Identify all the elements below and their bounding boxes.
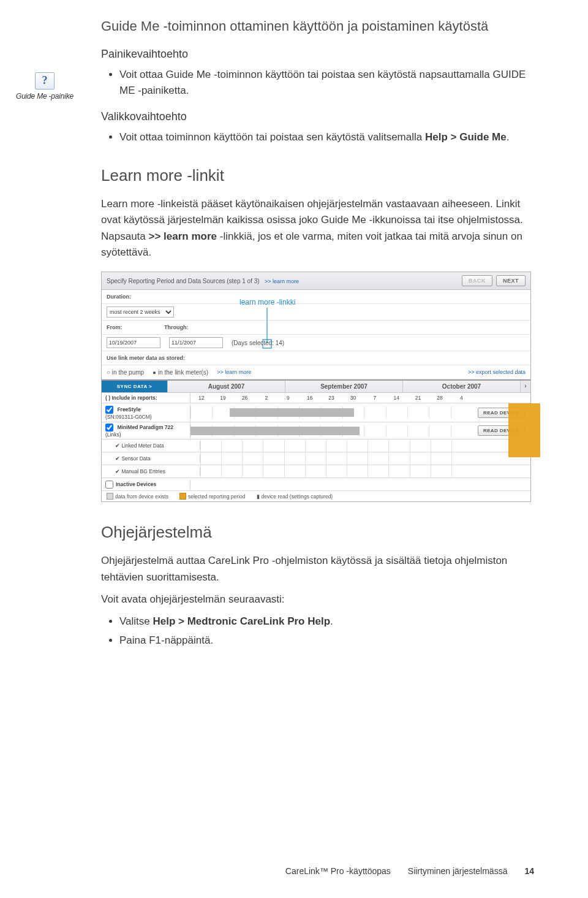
selected-period-band xyxy=(508,403,540,457)
device-row-paradigm: MiniMed Paradigm 722 (Links) READ DEVICE xyxy=(102,422,530,439)
through-label: Through: xyxy=(164,324,213,330)
footer-guide-name: CareLink™ Pro -käyttöopas xyxy=(285,866,391,876)
screenshot-legend: data from device exists selected reporti… xyxy=(102,491,530,501)
date-inputs-row: (Days selected: 14) xyxy=(102,335,530,351)
legend-item: data from device exists xyxy=(107,493,168,500)
help-bullet-post: . xyxy=(330,615,333,627)
month-sep: September 2007 xyxy=(285,381,402,392)
device-sub-linked-meter: ✔ Linked Meter Data xyxy=(102,439,530,452)
screenshot-learn-more: learn more -linkki Specify Reporting Per… xyxy=(101,272,531,502)
legend-item: ▮ device read (settings captured) xyxy=(257,493,333,500)
day-scale: 12 19 26 2 9 16 23 30 7 14 21 28 4 xyxy=(190,393,472,403)
learn-more-link-top[interactable]: >> learn more xyxy=(265,278,299,284)
day-tick: 12 xyxy=(190,393,212,403)
device-name: Inactive Devices xyxy=(116,481,156,487)
subitem-label: Manual BG Entries xyxy=(121,468,165,474)
device-sub-sensor: ✔ Sensor Data xyxy=(102,452,530,465)
device-name: FreeStyle xyxy=(117,406,140,413)
month-aug: August 2007 xyxy=(167,381,285,392)
learn-more-paragraph: Learn more -linkeistä pääset käytönaikai… xyxy=(52,196,536,261)
day-tick: 19 xyxy=(212,393,233,403)
next-button[interactable]: NEXT xyxy=(496,275,526,286)
help-para-1: Ohjejärjestelmä auttaa CareLink Pro -ohj… xyxy=(52,553,536,585)
help-para-2: Voit avata ohjejärjestelmän seuraavasti: xyxy=(52,592,536,607)
scroll-right-icon[interactable]: › xyxy=(520,381,530,392)
from-label: From: xyxy=(107,324,156,330)
date-scale-row: ( ) Include in reports: 12 19 26 2 9 16 … xyxy=(102,393,530,403)
use-link-meter-label: Use link meter data as stored: xyxy=(107,355,185,361)
day-tick: 14 xyxy=(386,393,407,403)
through-input[interactable] xyxy=(169,337,223,348)
duration-value-row: most recent 2 weeks xyxy=(102,304,530,321)
footer-page-number: 14 xyxy=(524,866,534,876)
timeline-header: SYNC DATA > August 2007 September 2007 O… xyxy=(102,379,530,393)
guide-me-icon-caption: Guide Me -painike xyxy=(5,92,85,101)
bullet-menu-option-post: . xyxy=(507,131,510,143)
help-bullet-menu: Valitse Help > Medtronic CareLink Pro He… xyxy=(119,614,536,630)
radio-in-meter-label: in the link meter(s) xyxy=(158,369,208,376)
include-checkbox[interactable] xyxy=(105,406,113,414)
day-tick: 4 xyxy=(451,393,472,403)
day-tick: 7 xyxy=(364,393,385,403)
footer-chapter-name: Siirtyminen järjestelmässä xyxy=(408,866,508,876)
side-figure: ? Guide Me -painike xyxy=(5,72,85,101)
subheading-menu-option: Valikkovaihtoehto xyxy=(52,110,536,123)
device-sn: (Links) xyxy=(105,432,121,438)
guide-me-icon: ? xyxy=(35,72,55,89)
export-link[interactable]: >> export selected data xyxy=(468,369,526,375)
radio-in-pump[interactable]: ○ in the pump xyxy=(107,369,144,376)
screenshot-titlebar: Specify Reporting Period and Data Source… xyxy=(102,272,530,290)
day-tick: 9 xyxy=(277,393,299,403)
sync-data-button[interactable]: SYNC DATA > xyxy=(102,381,167,392)
bullet-menu-option: Voit ottaa toiminnon käyttöön tai poista… xyxy=(119,129,536,145)
duration-label: Duration: xyxy=(107,294,131,300)
page-footer: CareLink™ Pro -käyttöopas Siirtyminen jä… xyxy=(0,866,588,876)
learn-more-link-inline[interactable]: >> learn more xyxy=(217,369,251,375)
duration-select[interactable]: most recent 2 weeks xyxy=(107,306,174,318)
menu-path: Help > Guide Me xyxy=(425,131,507,143)
link-meter-row: Use link meter data as stored: xyxy=(102,351,530,365)
from-through-labels: From: Through: xyxy=(102,321,530,335)
learn-more-link-name: >> learn more xyxy=(149,230,217,242)
from-input[interactable] xyxy=(107,337,160,348)
legend-item: selected reporting period xyxy=(179,493,246,500)
bullet-menu-option-text: Voit ottaa toiminnon käyttöön tai poista… xyxy=(119,131,425,143)
section-title-learn-more: Learn more -linkit xyxy=(52,166,536,185)
section-title-guide-me: Guide Me -toiminnon ottaminen käyttöön j… xyxy=(52,18,536,34)
help-menu-path: Help > Medtronic CareLink Pro Help xyxy=(153,615,331,627)
day-tick: 30 xyxy=(342,393,364,403)
device-sn: (SN:091311-G0CM) xyxy=(105,414,152,420)
radio-in-pump-label: in the pump xyxy=(112,369,144,376)
day-tick: 2 xyxy=(255,393,277,403)
subitem-label: Linked Meter Data xyxy=(121,443,164,449)
subheading-button-option: Painikevaihtoehto xyxy=(52,48,536,61)
section-title-help-system: Ohjejärjestelmä xyxy=(52,523,536,542)
days-selected-label: (Days selected: 14) xyxy=(232,340,284,346)
month-oct: October 2007 xyxy=(402,381,520,392)
day-tick: 23 xyxy=(320,393,342,403)
include-checkbox[interactable] xyxy=(105,481,113,489)
day-tick: 28 xyxy=(429,393,450,403)
day-tick: 26 xyxy=(234,393,255,403)
device-row-inactive: Inactive Devices xyxy=(102,478,530,491)
include-in-reports-label: ( ) Include in reports: xyxy=(102,393,190,403)
duration-row: Duration: xyxy=(102,290,530,304)
day-tick: 21 xyxy=(407,393,429,403)
annotation-label: learn more -linkki xyxy=(239,298,295,306)
back-button[interactable]: BACK xyxy=(462,275,492,286)
help-bullet-f1: Paina F1-näppäintä. xyxy=(119,633,536,649)
radio-in-meter[interactable]: ● in the link meter(s) xyxy=(153,369,208,376)
day-tick: 16 xyxy=(299,393,320,403)
subitem-label: Sensor Data xyxy=(121,455,150,462)
bullet-button-option: Voit ottaa Guide Me -toiminnon käyttöön … xyxy=(119,67,536,99)
link-meter-options-row: ○ in the pump ● in the link meter(s) >> … xyxy=(102,365,530,379)
device-row-freestyle: FreeStyle (SN:091311-G0CM) READ DEVICE xyxy=(102,403,530,422)
device-name: MiniMed Paradigm 722 xyxy=(117,424,173,430)
help-bullet-pre: Valitse xyxy=(119,615,153,627)
device-sub-manual: ✔ Manual BG Entries xyxy=(102,465,530,478)
include-checkbox[interactable] xyxy=(105,424,113,432)
screenshot-title: Specify Reporting Period and Data Source… xyxy=(107,278,260,284)
